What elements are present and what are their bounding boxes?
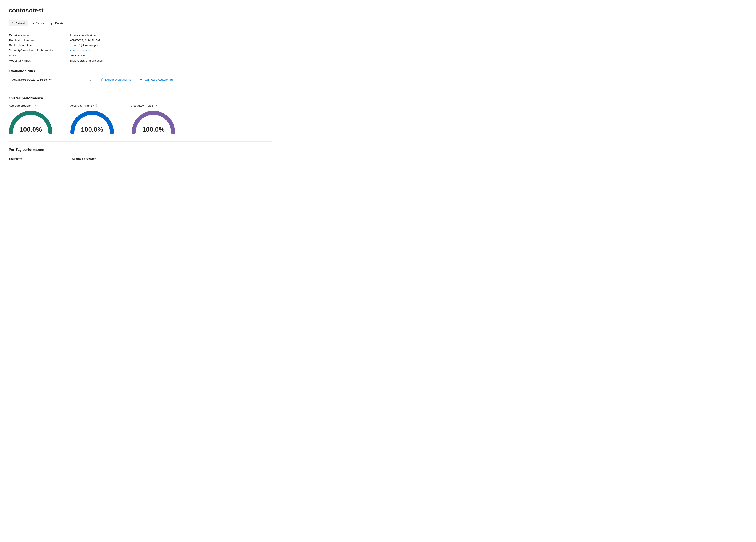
sort-asc-icon[interactable]: ↑ — [23, 158, 24, 160]
delete-eval-icon: 🗑 — [101, 78, 104, 81]
info-grid: Target scenarioImage classificationFinis… — [9, 34, 272, 62]
refresh-icon: ↻ — [12, 22, 14, 25]
info-label: Total training time — [9, 44, 70, 47]
avg-precision-col-header: Average precision — [72, 157, 96, 160]
gauge-value: 100.0% — [131, 126, 175, 133]
refresh-label: Refresh — [16, 22, 26, 25]
avg-precision-label: Average precision — [72, 157, 96, 160]
per-tag-header: Tag name ↑ Average precision — [9, 155, 272, 162]
info-value: Image classification — [70, 34, 272, 37]
gauge-label: Accuracy - Top 5 i — [131, 104, 158, 107]
tag-name-label: Tag name — [9, 157, 22, 160]
per-tag-section: Per-Tag performance Tag name ↑ Average p… — [9, 148, 272, 162]
gauge-label: Accuracy - Top 1 i — [70, 104, 97, 107]
cancel-label: Cancel — [36, 22, 45, 25]
gauge-metric-label: Accuracy - Top 1 — [70, 104, 92, 107]
gauge-chart: 100.0% — [131, 110, 175, 134]
gauge-container: Accuracy - Top 1 i100.0% — [70, 104, 114, 134]
cancel-icon: ✕ — [32, 22, 35, 25]
info-label: Status — [9, 54, 70, 57]
cancel-button[interactable]: ✕ Cancel — [29, 20, 47, 26]
delete-eval-label: Delete evaluation run — [105, 78, 133, 81]
overall-performance-title: Overall performance — [9, 96, 272, 100]
delete-eval-run-button[interactable]: 🗑 Delete evaluation run — [99, 77, 135, 82]
gauges-row: Average precision i100.0%Accuracy - Top … — [9, 104, 272, 134]
gauge-label: Average precision i — [9, 104, 37, 107]
info-label: Finished training on — [9, 39, 70, 42]
eval-runs-row: default (6/16/2022, 1:34:25 PM) ⌄ 🗑 Dele… — [9, 76, 272, 83]
add-eval-run-button[interactable]: + Add new evaluation run — [139, 77, 176, 83]
gauge-container: Average precision i100.0% — [9, 104, 53, 134]
info-value: 1 hour(s) 8 minute(s) — [70, 44, 272, 47]
section-divider — [9, 90, 272, 90]
gauge-chart: 100.0% — [9, 110, 53, 134]
evaluation-runs-title: Evaluation runs — [9, 69, 272, 73]
info-icon[interactable]: i — [155, 104, 158, 107]
info-label: Dataset(s) used to train the model — [9, 49, 70, 52]
gauge-metric-label: Average precision — [9, 104, 32, 107]
gauge-value: 100.0% — [70, 126, 114, 133]
info-icon[interactable]: i — [34, 104, 37, 107]
gauge-container: Accuracy - Top 5 i100.0% — [131, 104, 175, 134]
info-label: Target scenario — [9, 34, 70, 37]
page-title: contosotest — [9, 7, 272, 14]
add-eval-label: Add new evaluation run — [144, 78, 174, 81]
overall-performance-section: Overall performance Average precision i1… — [9, 96, 272, 134]
add-eval-icon: + — [140, 78, 142, 82]
delete-icon: 🗑 — [51, 22, 54, 25]
info-icon[interactable]: i — [93, 104, 97, 107]
chevron-down-icon: ⌄ — [89, 78, 91, 81]
tag-name-col-header: Tag name ↑ — [9, 157, 70, 160]
per-tag-title: Per-Tag performance — [9, 148, 272, 152]
info-value: Succeeded — [70, 54, 272, 57]
gauge-value: 100.0% — [9, 126, 53, 133]
info-value: 6/16/2022, 1:34:58 PM — [70, 39, 272, 42]
eval-dropdown-value: default (6/16/2022, 1:34:25 PM) — [12, 78, 53, 81]
delete-button[interactable]: 🗑 Delete — [48, 20, 66, 26]
gauge-metric-label: Accuracy - Top 5 — [131, 104, 153, 107]
refresh-button[interactable]: ↻ Refresh — [9, 20, 28, 27]
delete-label: Delete — [55, 22, 64, 25]
eval-runs-dropdown[interactable]: default (6/16/2022, 1:34:25 PM) ⌄ — [9, 76, 94, 83]
toolbar: ↻ Refresh ✕ Cancel 🗑 Delete — [9, 18, 272, 28]
info-label: Model task kinds — [9, 59, 70, 62]
eval-actions: 🗑 Delete evaluation run + Add new evalua… — [99, 77, 176, 83]
info-value[interactable]: contosodataset — [70, 49, 272, 52]
info-value: Multi-Class Classification — [70, 59, 272, 62]
gauge-chart: 100.0% — [70, 110, 114, 134]
